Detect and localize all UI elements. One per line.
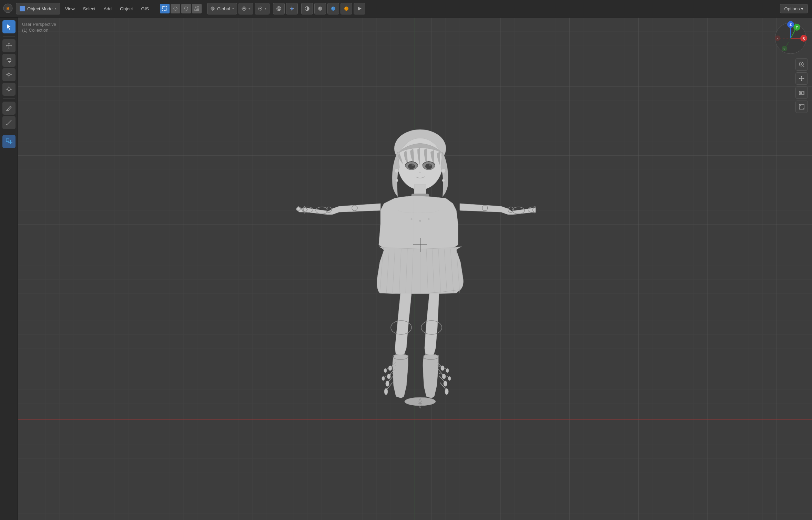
svg-point-124 xyxy=(448,376,451,381)
mode-icon xyxy=(20,6,25,11)
svg-rect-35 xyxy=(8,74,10,76)
mode-selector[interactable]: Object Mode ▾ xyxy=(16,3,60,14)
svg-marker-33 xyxy=(11,45,12,46)
viewport-shading-4[interactable] xyxy=(341,3,352,14)
svg-point-66 xyxy=(395,169,399,173)
svg-point-71 xyxy=(442,179,445,182)
select-circle-icon[interactable] xyxy=(171,4,180,13)
svg-point-24 xyxy=(332,8,333,9)
add-primitive-btn[interactable] xyxy=(2,135,16,148)
svg-point-13 xyxy=(260,8,261,9)
menu-select[interactable]: Select xyxy=(80,4,99,13)
svg-point-118 xyxy=(384,368,387,373)
select-lasso-icon[interactable] xyxy=(181,4,191,13)
svg-point-23 xyxy=(331,7,335,11)
view-control-buttons xyxy=(795,58,808,113)
snap-controls: Global ▾ ▾ ▾ xyxy=(157,3,365,14)
viewport-shading-1[interactable] xyxy=(301,3,313,14)
blender-logo: B xyxy=(3,3,13,14)
svg-marker-27 xyxy=(358,7,362,11)
svg-text:B: B xyxy=(7,6,10,11)
svg-point-106 xyxy=(386,381,389,386)
transform-global-btn[interactable]: Global ▾ xyxy=(207,3,237,14)
svg-marker-32 xyxy=(6,45,7,46)
svg-point-25 xyxy=(344,7,348,11)
svg-rect-6 xyxy=(195,9,196,11)
svg-point-164 xyxy=(800,92,802,94)
mode-dropdown-icon: ▾ xyxy=(55,7,57,10)
svg-point-122 xyxy=(446,368,449,373)
character-3d-model xyxy=(294,114,536,424)
svg-point-69 xyxy=(441,169,446,173)
snap-toggle-btn[interactable]: ▾ xyxy=(238,3,253,14)
svg-line-46 xyxy=(7,120,11,125)
menu-gis[interactable]: GIS xyxy=(138,4,152,13)
svg-marker-158 xyxy=(801,76,802,77)
svg-point-19 xyxy=(291,8,293,10)
svg-text:Y: Y xyxy=(783,48,785,51)
svg-point-116 xyxy=(445,388,448,395)
svg-text:Y: Y xyxy=(796,25,798,29)
svg-line-45 xyxy=(6,110,7,111)
svg-point-11 xyxy=(243,8,245,9)
proportional-edit-btn[interactable]: ▾ xyxy=(255,3,270,14)
svg-point-64 xyxy=(412,164,414,166)
top-menu-bar: B Object Mode ▾ View Select Add Object G… xyxy=(0,0,812,18)
3d-viewport[interactable]: User Perspective (1) Collection xyxy=(18,18,812,520)
svg-point-40 xyxy=(8,88,10,91)
transform-tool-btn[interactable] xyxy=(2,83,16,96)
transform-label: Global xyxy=(217,6,230,11)
options-button[interactable]: Options ▾ xyxy=(780,4,808,13)
rotate-tool-btn[interactable] xyxy=(2,54,16,67)
move-tool-btn[interactable] xyxy=(2,39,16,52)
svg-marker-30 xyxy=(8,43,10,44)
svg-text:X: X xyxy=(803,37,805,40)
svg-point-120 xyxy=(382,376,385,381)
svg-rect-7 xyxy=(197,9,199,11)
select-tool-btn[interactable] xyxy=(2,20,16,33)
svg-line-157 xyxy=(803,65,804,67)
camera-view-btn[interactable] xyxy=(795,86,808,99)
svg-marker-161 xyxy=(803,78,804,79)
svg-marker-159 xyxy=(801,80,802,81)
svg-point-65 xyxy=(429,164,432,166)
svg-marker-163 xyxy=(803,91,804,94)
svg-point-26 xyxy=(345,8,346,9)
left-toolbar xyxy=(0,18,18,520)
svg-point-75 xyxy=(419,220,421,222)
svg-rect-49 xyxy=(6,139,9,142)
svg-rect-5 xyxy=(197,7,199,8)
toolbar-separator-1 xyxy=(3,36,15,37)
select-checker-icon[interactable] xyxy=(192,4,202,13)
select-box-icon[interactable] xyxy=(160,4,170,13)
zoom-in-btn[interactable] xyxy=(795,58,808,71)
svg-point-3 xyxy=(174,7,177,10)
svg-point-68 xyxy=(395,179,398,182)
orthographic-view-btn[interactable] xyxy=(795,101,808,113)
selection-mode-row xyxy=(160,4,202,13)
svg-text:X: X xyxy=(777,37,779,40)
navigation-gizmo[interactable]: Z X Y X Y xyxy=(773,21,808,55)
options-label: Options ▾ xyxy=(784,6,803,11)
measure-tool-btn[interactable] xyxy=(2,116,16,129)
svg-text:Z: Z xyxy=(790,23,792,27)
menu-view[interactable]: View xyxy=(62,4,78,13)
toolbar-separator-3 xyxy=(3,132,15,132)
viewport-shading-2[interactable] xyxy=(314,3,326,14)
annotate-tool-btn[interactable] xyxy=(2,102,16,115)
menu-object[interactable]: Object xyxy=(116,4,136,13)
pan-btn[interactable] xyxy=(795,72,808,85)
svg-marker-160 xyxy=(799,78,800,79)
gizmo-toggle-icon[interactable] xyxy=(286,3,298,14)
svg-point-21 xyxy=(318,7,322,11)
scale-tool-btn[interactable] xyxy=(2,68,16,81)
svg-point-77 xyxy=(428,218,430,220)
overlay-icon[interactable] xyxy=(273,3,285,14)
svg-rect-4 xyxy=(195,7,196,8)
svg-point-76 xyxy=(411,218,413,220)
svg-point-108 xyxy=(384,388,388,395)
render-icon[interactable] xyxy=(354,3,365,14)
menu-add[interactable]: Add xyxy=(100,4,115,13)
viewport-shading-3[interactable] xyxy=(327,3,339,14)
svg-rect-2 xyxy=(163,7,167,11)
